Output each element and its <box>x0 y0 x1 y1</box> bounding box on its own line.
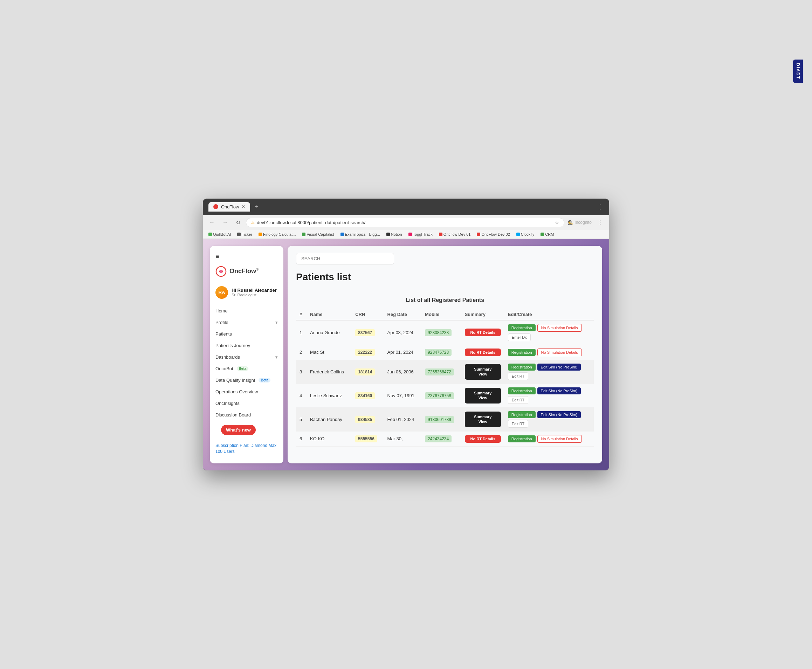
edit-rt-button[interactable]: Edit RT <box>508 396 528 404</box>
back-button[interactable]: ← <box>207 219 217 226</box>
col-reg-date: Reg Date <box>384 309 422 320</box>
edit-sim-button[interactable]: Edit Sim (No PreSim) <box>537 411 581 418</box>
no-simulation-button[interactable]: No Simulation Details <box>537 324 582 332</box>
address-bar[interactable]: ⚠ dev01.oncflow.local:8000/patient_data/… <box>246 218 564 227</box>
sidebar-item-patients[interactable]: Patients <box>210 328 283 340</box>
edit-rt-button[interactable]: Edit RT <box>508 420 528 428</box>
bookmark-clockify[interactable]: Clockify <box>515 232 536 237</box>
bookmark-ticker[interactable]: Ticker <box>236 232 254 237</box>
table-row: 4 Leslie Schwartz 834160 Nov 07, 1991 23… <box>296 383 594 407</box>
bookmark-oncflow-dev01[interactable]: Oncflow Dev 01 <box>437 232 472 237</box>
patient-reg-date: Mar 30, <box>384 431 422 446</box>
sidebar-item-operations[interactable]: Operations Overview <box>210 386 283 398</box>
registration-button[interactable]: Registration <box>508 435 536 442</box>
patient-mobile: 242434234 <box>421 431 461 446</box>
tab-close-button[interactable]: ✕ <box>242 204 245 209</box>
patient-crn: 837567 <box>352 320 383 345</box>
col-edit-create: Edit/Create <box>504 309 594 320</box>
edit-sim-button[interactable]: Edit Sim (No PreSim) <box>537 363 581 371</box>
sidebar-item-profile[interactable]: Profile ▾ <box>210 317 283 328</box>
bookmark-label: Ticker <box>242 232 252 237</box>
enter-dx-button[interactable]: Enter Dx <box>508 333 531 341</box>
registration-button[interactable]: Registration <box>508 324 536 331</box>
table-row: 1 Ariana Grande 837567 Apr 03, 2024 9230… <box>296 320 594 345</box>
edit-sim-button[interactable]: Edit Sim (No PreSim) <box>537 387 581 394</box>
app-container: ≡ OncFlow® RA Hi Russell Alexander Sr. R… <box>203 239 609 471</box>
table-row: 6 KO KO 5555556 Mar 30, 242434234 No RT … <box>296 431 594 446</box>
bookmark-label: QuillBot AI <box>213 232 231 237</box>
bookmark-label: Clockify <box>521 232 535 237</box>
bookmark-quillbot[interactable]: QuillBot AI <box>207 232 232 237</box>
beta-badge: Beta <box>237 366 249 371</box>
browser-titlebar: OncFlow ✕ + ⋮ <box>203 198 609 215</box>
patient-mobile: 923475723 <box>421 345 461 360</box>
bookmark-finology[interactable]: Finology Calculat... <box>257 232 298 237</box>
bookmark-favicon <box>208 233 212 236</box>
table-header: # Name CRN Reg Date Mobile Summary Edit/… <box>296 309 594 320</box>
patient-name: Bachan Panday <box>306 407 352 431</box>
forward-button[interactable]: → <box>220 219 230 226</box>
no-simulation-button[interactable]: No Simulation Details <box>537 348 582 356</box>
patient-reg-date: Apr 01, 2024 <box>384 345 422 360</box>
col-name: Name <box>306 309 352 320</box>
registration-button[interactable]: Registration <box>508 363 536 371</box>
tab-title: OncFlow <box>221 204 239 210</box>
search-input[interactable] <box>296 253 394 264</box>
sidebar-item-home[interactable]: Home <box>210 305 283 317</box>
subscription-link[interactable]: Subscription Plan: Diamond Max 100 Users <box>210 439 283 458</box>
bookmark-examtopics[interactable]: ExamTopics - Bigg... <box>339 232 382 237</box>
col-summary: Summary <box>461 309 504 320</box>
bookmark-notion[interactable]: Notion <box>385 232 403 237</box>
patient-actions: Registration No Simulation Details <box>504 431 594 446</box>
bookmark-crm[interactable]: CRM <box>539 232 555 237</box>
patient-actions: Registration Edit Sim (No PreSim) Edit R… <box>504 383 594 407</box>
oncflow-logo-icon <box>215 266 227 277</box>
registration-button[interactable]: Registration <box>508 349 536 356</box>
incognito-button[interactable]: 🕵 Incognito <box>568 220 592 225</box>
sidebar-item-dashboards[interactable]: Dashboards ▾ <box>210 351 283 363</box>
col-mobile: Mobile <box>421 309 461 320</box>
bookmarks-bar: QuillBot AI Ticker Finology Calculat... … <box>203 230 609 239</box>
reload-button[interactable]: ↻ <box>234 219 242 227</box>
browser-nav: ← → ↻ ⚠ dev01.oncflow.local:8000/patient… <box>203 215 609 230</box>
browser-window: OncFlow ✕ + ⋮ ← → ↻ ⚠ dev01.oncflow.loca… <box>203 198 609 471</box>
sidebar-item-label: Dashboards <box>215 355 240 360</box>
logo-text: OncFlow® <box>229 267 259 275</box>
bookmark-star-icon[interactable]: ☆ <box>555 220 559 225</box>
bookmark-label: ExamTopics - Bigg... <box>345 232 380 237</box>
bookmark-oncflow-dev02[interactable]: OncFlow Dev 02 <box>475 232 511 237</box>
whats-new-button[interactable]: What's new <box>221 425 256 435</box>
chevron-right-icon: ▾ <box>275 320 278 325</box>
sidebar-item-oncobot[interactable]: OncoBot Beta <box>210 363 283 375</box>
active-tab[interactable]: OncFlow ✕ <box>208 202 250 212</box>
sidebar-item-label: OncInsights <box>215 401 240 406</box>
row-number: 6 <box>296 431 306 446</box>
patient-reg-date: Feb 01, 2024 <box>384 407 422 431</box>
registration-button[interactable]: Registration <box>508 411 536 418</box>
sidebar-item-discussion[interactable]: Discussion Board <box>210 409 283 421</box>
hamburger-menu-button[interactable]: ≡ <box>210 252 283 264</box>
patient-summary: SummaryView <box>461 360 504 383</box>
bookmark-favicon <box>259 233 262 236</box>
new-tab-button[interactable]: + <box>253 203 260 210</box>
registration-button[interactable]: Registration <box>508 387 536 394</box>
address-text: dev01.oncflow.local:8000/patient_data/pa… <box>257 220 553 225</box>
bookmark-label: Oncflow Dev 01 <box>444 232 471 237</box>
logo-section: OncFlow® <box>210 264 283 282</box>
bookmark-label: Visual Capitalist <box>306 232 334 237</box>
bookmark-label: Notion <box>391 232 402 237</box>
sidebar-item-oncinsights[interactable]: OncInsights <box>210 398 283 409</box>
more-options-button[interactable]: ⋮ <box>595 219 605 227</box>
divider <box>296 290 594 290</box>
bookmark-label: Finology Calculat... <box>263 232 296 237</box>
sidebar-item-data-quality[interactable]: Data Quality Insight Beta <box>210 375 283 386</box>
menu-button[interactable]: ⋮ <box>597 202 604 211</box>
edit-rt-button[interactable]: Edit RT <box>508 372 528 380</box>
tab-favicon <box>214 204 218 209</box>
bookmark-toggl[interactable]: Toggl Track <box>407 232 434 237</box>
bookmark-visual-capitalist[interactable]: Visual Capitalist <box>301 232 335 237</box>
sidebar-item-patients-journey[interactable]: Patient's Journey <box>210 340 283 351</box>
no-simulation-button[interactable]: No Simulation Details <box>537 435 582 443</box>
bookmark-favicon <box>387 233 390 236</box>
patient-summary: No RT Details <box>461 345 504 360</box>
